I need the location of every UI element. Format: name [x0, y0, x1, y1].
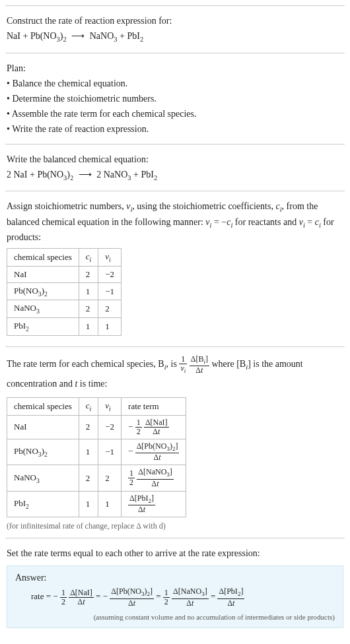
plan-section: Plan: • Balance the chemical equation. •… [5, 53, 345, 144]
sub-2b: 2 [140, 36, 143, 43]
eq-rhs-2: + PbI [118, 31, 140, 41]
sub-2: 2 [63, 36, 66, 43]
table-row: NaI 2 −2 − 12 Δ[NaI]Δt [7, 415, 186, 439]
unbalanced-equation: NaI + Pb(NO3)2 ⟶ NaNO3 + PbI2 [7, 29, 343, 45]
balanced-section: Write the balanced chemical equation: 2 … [5, 144, 345, 191]
table-row: Pb(NO3)2 1 −1 − Δ[Pb(NO3)2]Δt [7, 439, 186, 465]
frac-1-nu: 1νi [179, 355, 187, 375]
stoich-text: Assign stoichiometric numbers, νi, using… [7, 199, 343, 244]
rate-term-text: The rate term for each chemical species,… [7, 355, 343, 393]
balanced-label: Write the balanced chemical equation: [7, 152, 343, 166]
arrow-icon: ⟶ [69, 29, 87, 43]
table-row: PbI2 1 1 [7, 317, 122, 335]
bal-2: 2 NaNO [96, 170, 127, 179]
table-row: NaNO3 2 2 12 Δ[NaNO3]Δt [7, 465, 186, 491]
plan-item-4: • Write the rate of reaction expression. [7, 122, 343, 136]
table-row: Pb(NO3)2 1 −1 [7, 282, 122, 300]
frac-dB-dt: Δ[Bi]Δt [190, 355, 209, 375]
bal-3: + PbI [131, 170, 154, 179]
table-header-row: chemical species ci νi [7, 249, 122, 267]
answer-label: Answer: [15, 573, 335, 583]
plan-item-2: • Determine the stoichiometric numbers. [7, 92, 343, 106]
plan-label: Plan: [7, 61, 343, 75]
plan-item-1: • Balance the chemical equation. [7, 77, 343, 90]
eq-rhs-1: NaNO [90, 31, 114, 41]
bal-1: 2 NaI + Pb(NO [7, 170, 63, 179]
answer-box: Answer: rate = − 12 Δ[NaI]Δt = − Δ[Pb(NO… [7, 565, 343, 628]
title: Construct the rate of reaction expressio… [7, 14, 343, 28]
eq-lhs-1: NaI + Pb(NO [7, 31, 57, 41]
set-text: Set the rate terms equal to each other t… [7, 546, 343, 560]
stoich-section: Assign stoichiometric numbers, νi, using… [5, 191, 345, 346]
th-c: ci [79, 249, 98, 267]
rate-term-table: chemical species ci νi rate term NaI 2 −… [7, 397, 186, 517]
balanced-equation: 2 NaI + Pb(NO3)2 ⟶ 2 NaNO3 + PbI2 [7, 168, 343, 183]
problem-statement: Construct the rate of reaction expressio… [5, 5, 345, 53]
stoich-table: chemical species ci νi NaI 2 −2 Pb(NO3)2… [7, 248, 122, 335]
table-row: NaNO3 2 2 [7, 300, 122, 318]
th-nu: νi [98, 249, 122, 267]
plan-item-3: • Assemble the rate term for each chemic… [7, 107, 343, 121]
table-row: PbI2 1 1 Δ[PbI2]Δt [7, 491, 186, 517]
answer-equation: rate = − 12 Δ[NaI]Δt = − Δ[Pb(NO3)2]Δt =… [15, 587, 335, 607]
rate-term-section: The rate term for each chemical species,… [5, 346, 345, 538]
arrow-icon: ⟶ [76, 168, 94, 181]
infinitesimal-note: (for infinitesimal rate of change, repla… [7, 521, 343, 531]
table-header-row: chemical species ci νi rate term [7, 398, 186, 416]
table-row: NaI 2 −2 [7, 266, 122, 282]
th-species: chemical species [7, 249, 79, 267]
rate-expression-section: Set the rate terms equal to each other t… [5, 538, 345, 634]
answer-note: (assuming constant volume and no accumul… [15, 613, 335, 621]
